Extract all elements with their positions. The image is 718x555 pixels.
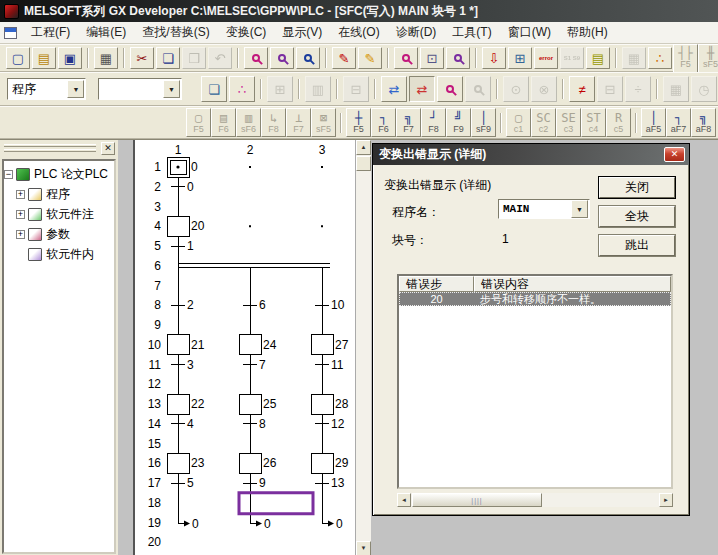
error-step-column-header[interactable]: 错误步 [399, 276, 474, 292]
sfc-editor-window[interactable]: 1231234567891011121314151617181920012610… [133, 140, 371, 555]
sfc-step[interactable] [239, 335, 261, 355]
sfc-jump-arrow-icon[interactable] [184, 521, 190, 527]
close-icon[interactable]: ✕ [101, 142, 115, 155]
copy-icon[interactable]: ❏ [156, 47, 180, 69]
scrollbar-thumb[interactable]: |||| [412, 493, 542, 507]
sfc-step[interactable] [167, 335, 189, 355]
find-circuit-icon[interactable] [270, 47, 294, 69]
find-icon[interactable] [244, 47, 268, 69]
menu-诊断[interactable]: 诊断(D) [388, 21, 445, 44]
new-project-icon[interactable]: ▢ [6, 47, 30, 69]
sfc-step[interactable] [239, 394, 261, 414]
vertical-scrollbar[interactable]: ▲ ▼ [355, 140, 371, 555]
menu-工程[interactable]: 工程(F) [23, 21, 78, 44]
sidebar-item-软元件注[interactable]: +软元件注 [4, 204, 114, 224]
fkey-label: c4 [589, 125, 599, 134]
sfc-jump-arrow-icon[interactable] [256, 521, 262, 527]
sfc-find-icon[interactable] [437, 76, 463, 102]
sfc-step[interactable] [311, 335, 333, 355]
dialog-titlebar[interactable]: 变换出错显示 (详细) ✕ [373, 144, 689, 165]
sidebar-item-软元件内[interactable]: 软元件内 [4, 244, 114, 264]
sfc-symbol-aF8-button[interactable]: ╗aF8 [691, 108, 716, 137]
menu-工具[interactable]: 工具(T) [444, 21, 499, 44]
plc-write-icon[interactable]: ⇩ [482, 47, 506, 69]
sidebar-item-程序[interactable]: +程序 [4, 184, 114, 204]
monitor-circuit-icon[interactable] [446, 47, 470, 69]
expand-icon[interactable]: + [16, 190, 25, 199]
menu-编辑[interactable]: 编辑(E) [78, 21, 134, 44]
monitor-icon[interactable] [394, 47, 418, 69]
sidebar-item-参数[interactable]: +参数 [4, 224, 114, 244]
screen-transfer-icon[interactable]: ⊡ [420, 47, 444, 69]
device-combo[interactable]: ▼ [98, 78, 182, 100]
find-device-icon[interactable] [296, 47, 320, 69]
error-content-column-header[interactable]: 错误内容 [474, 276, 671, 292]
horizontal-scrollbar[interactable]: ◄ |||| ► [397, 493, 673, 507]
block-tree-icon[interactable]: ∴ [648, 47, 672, 69]
sfc-step[interactable] [167, 216, 189, 236]
sfc-symbol-aF5-button[interactable]: │aF5 [641, 108, 666, 137]
program-name-combo[interactable]: MAIN ▼ [498, 199, 590, 219]
sfc-step[interactable] [167, 394, 189, 414]
menu-帮助[interactable]: 帮助(H) [559, 21, 616, 44]
sfc-symbol-F6-button[interactable]: ┐F6 [371, 108, 396, 137]
drag-grip[interactable] [4, 149, 96, 152]
sfc-step[interactable] [167, 453, 189, 473]
sfc-symbol-F8-button[interactable]: ┘F8 [421, 108, 446, 137]
print-icon[interactable]: ▦ [94, 47, 118, 69]
sfc-step[interactable] [239, 453, 261, 473]
drag-grip[interactable] [4, 144, 96, 147]
scroll-down-icon[interactable]: ▼ [356, 541, 371, 555]
scroll-right-icon[interactable]: ► [659, 493, 673, 507]
menu-在线[interactable]: 在线(O) [330, 21, 387, 44]
close-button[interactable]: 关闭 [599, 177, 675, 198]
mdi-child-icon[interactable] [4, 27, 17, 39]
menu-变换[interactable]: 变换(C) [218, 21, 275, 44]
verify-icon[interactable]: ⊞ [508, 47, 532, 69]
sfc-symbol-sF9-button[interactable]: │sF9 [471, 108, 496, 137]
menu-查找/替换[interactable]: 查找/替换(S) [134, 21, 217, 44]
scrollbar-thumb[interactable] [356, 156, 371, 171]
menu-窗口[interactable]: 窗口(W) [500, 21, 559, 44]
sfc-jump-arrow-icon[interactable] [328, 521, 334, 527]
sfc-symbol-aF7-button[interactable]: ┐aF7 [666, 108, 691, 137]
cut-icon[interactable]: ✂ [130, 47, 154, 69]
sfc-step[interactable] [311, 394, 333, 414]
chevron-down-icon[interactable]: ▼ [67, 80, 84, 98]
all-blocks-button[interactable]: 全块 [599, 206, 675, 227]
open-project-icon[interactable]: ▤ [32, 47, 56, 69]
sidebar-item-project-root[interactable]: −PLC 论文PLC [4, 164, 114, 184]
scroll-left-icon[interactable]: ◄ [397, 493, 411, 507]
sfc-block-display-icon[interactable]: ⇄ [381, 76, 407, 102]
sfc-step[interactable] [311, 453, 333, 473]
expand-icon[interactable]: + [16, 210, 25, 219]
titlebar[interactable]: MELSOFT系列 GX Developer C:\MELSEC\GPPW\PL… [0, 0, 718, 22]
collapse-icon[interactable]: − [4, 170, 13, 179]
block-list-icon[interactable]: ▤ [586, 47, 610, 69]
program-name-label: 程序名： [392, 204, 440, 221]
comment-display-icon[interactable]: ❏ [201, 76, 227, 102]
error-check-icon[interactable]: error [534, 47, 558, 69]
jump-button[interactable]: 跳出 [599, 235, 675, 256]
sfc-zoom-display-icon[interactable]: ⇄ [409, 76, 435, 102]
device-test-icon[interactable]: ≠ [569, 76, 595, 102]
write-mode-icon[interactable]: ✎ [332, 47, 356, 69]
sfc-symbol-F7-button[interactable]: ╗F7 [396, 108, 421, 137]
close-icon[interactable]: ✕ [664, 147, 685, 162]
save-project-icon[interactable]: ▣ [58, 47, 82, 69]
menu-显示[interactable]: 显示(V) [274, 21, 330, 44]
data-type-combo[interactable]: 程序 ▼ [7, 78, 86, 100]
sfc-symbol-F9-button[interactable]: ╝F9 [446, 108, 471, 137]
insert-mode-icon[interactable]: ✎ [358, 47, 382, 69]
sfc-symbol-F5-button[interactable]: ┼F5 [346, 108, 371, 137]
statement-display-icon[interactable]: ∴ [229, 76, 255, 102]
sfc-cursor-dot [176, 165, 179, 168]
error-row[interactable]: 20步号和转移顺序不一样。 [399, 292, 671, 306]
scroll-up-icon[interactable]: ▲ [356, 140, 371, 155]
chevron-down-icon[interactable]: ▼ [163, 80, 180, 98]
sfc-chart[interactable]: 1231234567891011121314151617181920012610… [135, 140, 356, 555]
expand-icon[interactable]: + [16, 230, 25, 239]
mdi-client-area: ✕ −PLC 论文PLC+程序+软元件注+参数软元件内 123123456789… [0, 139, 718, 555]
tree-panel-header[interactable]: ✕ [0, 140, 118, 158]
chevron-down-icon[interactable]: ▼ [571, 200, 588, 218]
